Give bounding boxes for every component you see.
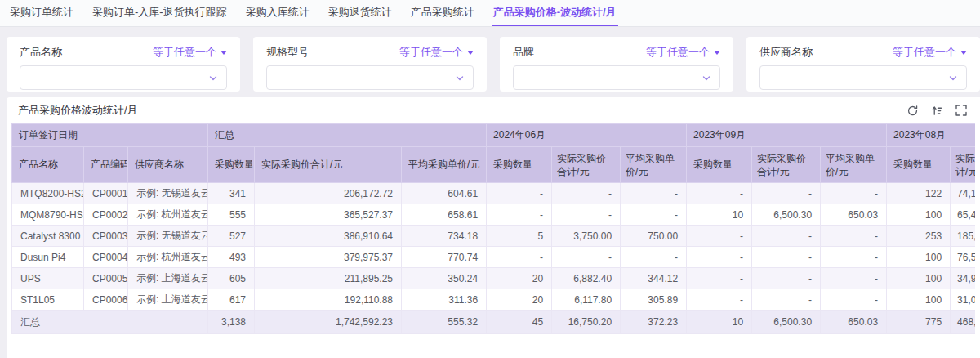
cell-product-name: UPS <box>12 268 84 289</box>
tab-1[interactable]: 采购订单-入库-退货执行跟踪 <box>91 0 229 26</box>
column-header-m0-qty: 采购数量 <box>487 147 552 183</box>
tab-5[interactable]: 产品采购价格-波动统计/月 <box>492 0 618 26</box>
column-header-product-name: 产品名称 <box>12 147 84 183</box>
filter-operator-brand[interactable]: 等于任意一个 <box>646 45 720 60</box>
cell-product-name: MQM8790-HS2R <box>12 204 84 226</box>
cell-supplier: 示例: 无锡道友云 <box>128 226 208 247</box>
column-header-supplier: 供应商名称 <box>128 147 208 183</box>
table-row: UPSCP0005示例: 上海道友云605211,895.25350.24206… <box>12 268 976 289</box>
cell-supplier: 示例: 杭州道友云 <box>128 204 208 226</box>
cell-m1-1: 6,500.30 <box>752 204 821 226</box>
filter-operator-product-name[interactable]: 等于任意一个 <box>153 45 227 60</box>
column-header-m1-qty: 采购数量 <box>687 147 752 183</box>
table-row: MTQ8200-HS2FCP0001示例: 无锡道友云341206,172.72… <box>12 183 976 204</box>
cell-m0-2: - <box>621 247 687 268</box>
product-name-select[interactable] <box>20 65 227 90</box>
cell-m0-0: 20 <box>487 289 552 311</box>
footer-m1-0: 10 <box>687 311 752 334</box>
cell-product-code: CP0006 <box>84 289 128 311</box>
column-header-m0-avg: 平均采购单价/元 <box>621 147 687 183</box>
cell-summary-0: 493 <box>208 247 255 268</box>
chevron-down-icon <box>455 74 465 83</box>
cell-summary-1: 192,110.88 <box>255 289 402 311</box>
group-header-date: 订单签订日期 <box>12 124 208 147</box>
column-header-m2-total: 实际采购价合计/元 <box>951 147 975 183</box>
cell-m0-0: 20 <box>487 268 552 289</box>
tab-2[interactable]: 采购入库统计 <box>244 0 311 26</box>
cell-product-name: Catalyst 8300 <box>12 226 84 247</box>
footer-m2-1: 468,00 <box>951 311 975 334</box>
filter-head-spec-model: 规格型号等于任意一个 <box>266 45 474 60</box>
cell-supplier: 示例: 杭州道友云 <box>128 247 208 268</box>
cell-m1-1: - <box>752 289 821 311</box>
footer-m0-1: 16,750.20 <box>552 311 621 334</box>
stats-table: 订单签订日期汇总2024年06月2023年09月2023年08月产品名称产品编码… <box>11 123 975 334</box>
cell-m0-2: 750.00 <box>621 226 687 247</box>
tab-bar: 采购订单统计采购订单-入库-退货执行跟踪采购入库统计采购退货统计产品采购统计产品… <box>0 0 980 27</box>
column-settings-icon[interactable] <box>931 105 943 117</box>
filter-operator-spec-model[interactable]: 等于任意一个 <box>399 45 474 60</box>
cell-m1-0: - <box>687 268 752 289</box>
filter-operator-label-product-name: 等于任意一个 <box>153 45 216 60</box>
footer-m0-0: 45 <box>487 311 552 334</box>
cell-m2-1: 185,89 <box>951 226 975 247</box>
column-header-summary-avg: 平均采购单价/元 <box>402 147 487 183</box>
filter-operator-label-brand: 等于任意一个 <box>646 45 710 60</box>
cell-summary-2: 770.74 <box>402 247 487 268</box>
cell-summary-1: 386,910.64 <box>255 226 402 247</box>
footer-m0-2: 372.23 <box>621 311 687 334</box>
group-header-month-2: 2023年08月 <box>887 124 975 147</box>
tab-0[interactable]: 采购订单统计 <box>8 0 75 26</box>
tab-3[interactable]: 采购退货统计 <box>327 0 394 26</box>
cell-supplier: 示例: 无锡道友云 <box>128 183 208 204</box>
cell-summary-0: 555 <box>208 204 255 226</box>
filter-head-brand: 品牌等于任意一个 <box>513 45 720 60</box>
chevron-down-icon <box>208 74 218 83</box>
supplier-name-select[interactable] <box>760 65 967 90</box>
refresh-icon[interactable] <box>906 105 919 117</box>
cell-summary-0: 341 <box>208 183 255 204</box>
fullscreen-icon[interactable] <box>956 105 967 116</box>
caret-down-icon <box>467 51 474 55</box>
column-header-product-code: 产品编码 <box>84 147 128 183</box>
cell-m2-0: 100 <box>887 204 951 226</box>
cell-m1-2: - <box>821 183 887 204</box>
column-header-m2-qty: 采购数量 <box>887 147 951 183</box>
cell-m1-2: 650.03 <box>821 204 887 226</box>
filter-head-product-name: 产品名称等于任意一个 <box>20 45 227 60</box>
cell-summary-2: 311.36 <box>402 289 487 311</box>
cell-summary-0: 605 <box>208 268 255 289</box>
cell-m0-1: - <box>552 183 621 204</box>
panel-header: 产品采购价格波动统计/月 <box>7 97 980 123</box>
cell-m0-1: 6,882.40 <box>552 268 621 289</box>
cell-m2-1: 34,94 <box>951 268 975 289</box>
filter-card-spec-model: 规格型号等于任意一个 <box>253 37 487 92</box>
footer-m1-1: 6,500.30 <box>752 311 821 334</box>
footer-m2-0: 775 <box>887 311 951 334</box>
filter-head-supplier-name: 供应商名称等于任意一个 <box>760 45 967 60</box>
cell-m1-0: - <box>687 226 752 247</box>
table-row: Dusun Pi4CP0004示例: 杭州道友云493379,975.37770… <box>12 247 976 268</box>
cell-m1-1: - <box>752 183 821 204</box>
chevron-down-icon <box>702 74 711 83</box>
spec-model-select[interactable] <box>266 65 474 90</box>
cell-m1-2: - <box>821 289 887 311</box>
cell-m1-0: - <box>687 183 752 204</box>
cell-product-code: CP0001 <box>84 183 128 204</box>
cell-supplier: 示例: 上海道友云 <box>128 268 208 289</box>
cell-m1-1: - <box>752 268 821 289</box>
filter-card-brand: 品牌等于任意一个 <box>500 37 733 92</box>
filter-operator-supplier-name[interactable]: 等于任意一个 <box>893 45 967 60</box>
cell-m2-0: 100 <box>887 247 951 268</box>
cell-summary-0: 617 <box>208 289 255 311</box>
cell-m0-0: - <box>487 183 552 204</box>
panel-title: 产品采购价格波动统计/月 <box>18 103 138 118</box>
cell-summary-1: 206,172.72 <box>255 183 402 204</box>
cell-m2-1: 76,57 <box>951 247 975 268</box>
brand-select[interactable] <box>513 65 720 90</box>
footer-label: 汇总 <box>12 311 208 334</box>
cell-product-code: CP0005 <box>84 268 128 289</box>
tab-4[interactable]: 产品采购统计 <box>409 0 476 26</box>
cell-summary-2: 350.24 <box>402 268 487 289</box>
cell-m1-0: - <box>687 289 752 311</box>
